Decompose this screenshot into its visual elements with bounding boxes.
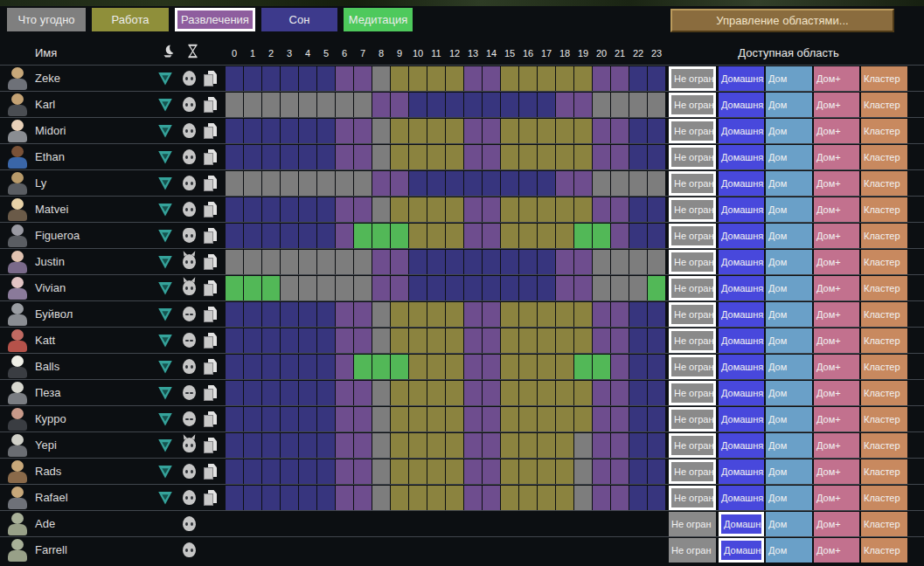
schedule-cell-22[interactable]	[629, 407, 647, 431]
schedule-cell-23[interactable]	[648, 119, 665, 143]
schedule-cell-6[interactable]	[336, 224, 353, 248]
schedule-cell-17[interactable]	[538, 66, 555, 91]
schedule-cell-4[interactable]	[299, 459, 316, 484]
colonist-avatar[interactable]	[7, 172, 28, 195]
colonist-name[interactable]: Ade	[35, 517, 55, 530]
schedule-cell-16[interactable]	[519, 486, 537, 510]
colonist-name[interactable]: Balls	[35, 360, 59, 373]
area-button-dom[interactable]: Дом	[766, 407, 812, 431]
schedule-cell-23[interactable]	[648, 145, 665, 169]
schedule-cell-3[interactable]	[281, 66, 298, 91]
area-button-cluster[interactable]: Кластер	[861, 276, 907, 300]
schedule-cell-17[interactable]	[538, 302, 555, 327]
schedule-cell-21[interactable]	[611, 276, 629, 300]
schedule-cell-21[interactable]	[611, 302, 629, 327]
schedule-cell-3[interactable]	[281, 433, 298, 458]
copy-schedule-button[interactable]	[204, 254, 217, 270]
schedule-cell-13[interactable]	[464, 93, 482, 117]
schedule-cell-7[interactable]	[354, 328, 372, 353]
schedule-cell-9[interactable]	[391, 328, 408, 353]
assignment-sleep-button[interactable]: Сон	[261, 8, 337, 31]
schedule-cell-20[interactable]	[593, 119, 610, 143]
schedule-cell-15[interactable]	[501, 224, 518, 248]
schedule-cell-14[interactable]	[483, 407, 500, 431]
schedule-cell-18[interactable]	[556, 171, 573, 196]
schedule-cell-19[interactable]	[574, 433, 592, 458]
schedule-cell-14[interactable]	[483, 197, 500, 222]
schedule-cell-12[interactable]	[446, 433, 463, 458]
area-button-dom-plus[interactable]: Дом+	[814, 328, 859, 353]
schedule-cell-13[interactable]	[464, 66, 482, 91]
schedule-cell-12[interactable]	[446, 119, 463, 143]
colonist-name[interactable]: Midori	[35, 124, 66, 137]
area-button-dom-plus[interactable]: Дом+	[814, 171, 859, 196]
copy-schedule-button[interactable]	[204, 359, 217, 375]
schedule-cell-4[interactable]	[299, 276, 316, 300]
schedule-cell-16[interactable]	[519, 66, 537, 91]
schedule-cell-19[interactable]	[574, 302, 592, 327]
schedule-cell-5[interactable]	[317, 355, 335, 379]
schedule-cell-15[interactable]	[501, 66, 518, 91]
area-button-dom[interactable]: Дом	[766, 250, 812, 274]
schedule-cell-0[interactable]	[226, 171, 243, 196]
schedule-cell-18[interactable]	[556, 355, 573, 379]
schedule-cell-18[interactable]	[556, 328, 573, 353]
colonist-name[interactable]: Karl	[35, 98, 55, 111]
area-button-home[interactable]: Домашняя	[719, 250, 764, 274]
area-button-cluster[interactable]: Кластер	[861, 66, 907, 91]
area-button-dom[interactable]: Дом	[766, 433, 812, 458]
schedule-cell-22[interactable]	[629, 66, 647, 91]
schedule-cell-15[interactable]	[501, 171, 518, 196]
schedule-cell-7[interactable]	[354, 197, 372, 222]
colonist-avatar[interactable]	[7, 224, 28, 247]
area-button-unrestricted[interactable]: Не огран	[669, 119, 716, 143]
schedule-cell-19[interactable]	[574, 145, 592, 169]
schedule-cell-10[interactable]	[409, 355, 427, 379]
schedule-cell-1[interactable]	[244, 486, 261, 510]
schedule-cell-0[interactable]	[226, 381, 243, 405]
schedule-cell-14[interactable]	[483, 171, 500, 196]
schedule-cell-18[interactable]	[556, 302, 573, 327]
schedule-cell-2[interactable]	[262, 66, 280, 91]
schedule-cell-0[interactable]	[226, 93, 243, 117]
area-button-dom-plus[interactable]: Дом+	[814, 93, 859, 117]
schedule-cell-16[interactable]	[519, 250, 537, 274]
schedule-cell-21[interactable]	[611, 119, 629, 143]
schedule-cell-19[interactable]	[574, 381, 592, 405]
schedule-cell-2[interactable]	[262, 433, 280, 458]
schedule-cell-17[interactable]	[538, 171, 555, 196]
schedule-cell-1[interactable]	[244, 433, 261, 458]
colonist-name[interactable]: Yepi	[35, 438, 57, 452]
schedule-cell-22[interactable]	[629, 119, 647, 143]
area-button-unrestricted[interactable]: Не огран	[669, 197, 716, 222]
schedule-cell-1[interactable]	[244, 250, 261, 274]
area-button-cluster[interactable]: Кластер	[861, 145, 907, 169]
schedule-cell-0[interactable]	[226, 276, 243, 300]
schedule-cell-1[interactable]	[244, 276, 261, 300]
schedule-cell-10[interactable]	[409, 145, 427, 169]
schedule-cell-5[interactable]	[317, 328, 335, 353]
schedule-cell-6[interactable]	[336, 407, 353, 431]
schedule-cell-19[interactable]	[574, 119, 592, 143]
schedule-cell-21[interactable]	[611, 171, 629, 196]
schedule-cell-2[interactable]	[262, 224, 280, 248]
area-button-unrestricted[interactable]: Не огран	[669, 407, 716, 431]
area-button-dom[interactable]: Дом	[766, 459, 812, 484]
schedule-cell-5[interactable]	[317, 433, 335, 458]
area-button-home[interactable]: Домашняя	[719, 302, 764, 327]
schedule-cell-1[interactable]	[244, 355, 261, 379]
schedule-cell-4[interactable]	[299, 224, 316, 248]
schedule-cell-16[interactable]	[519, 93, 537, 117]
schedule-cell-10[interactable]	[409, 171, 427, 196]
schedule-cell-6[interactable]	[336, 302, 353, 327]
schedule-cell-0[interactable]	[226, 407, 243, 431]
schedule-cell-16[interactable]	[519, 119, 537, 143]
schedule-cell-6[interactable]	[336, 328, 353, 353]
area-button-dom-plus[interactable]: Дом+	[814, 224, 859, 248]
schedule-cell-0[interactable]	[226, 197, 243, 222]
schedule-cell-7[interactable]	[354, 224, 372, 248]
schedule-cell-15[interactable]	[501, 145, 518, 169]
schedule-cell-11[interactable]	[427, 250, 445, 274]
schedule-cell-16[interactable]	[519, 328, 537, 353]
area-button-home[interactable]: Домашняя	[719, 459, 764, 484]
